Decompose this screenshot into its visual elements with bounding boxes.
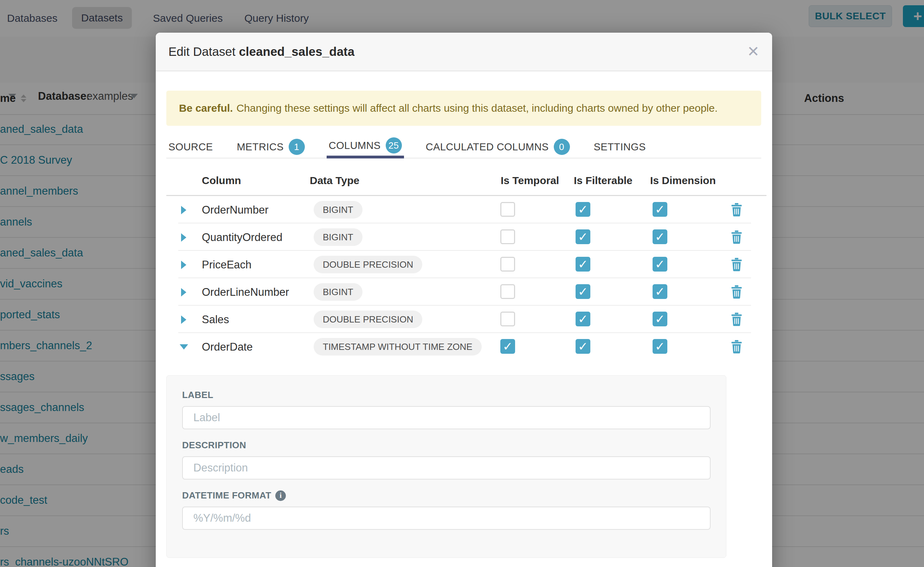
tab-metrics[interactable]: METRICS1 [235,135,307,158]
is-dimension-checkbox[interactable]: ✓ [653,257,667,272]
column-name: OrderDate [202,341,253,353]
data-type-pill: BIGINT [314,283,363,301]
is-filterable-checkbox[interactable]: ✓ [576,257,590,272]
column-row: OrderDateTIMESTAMP WITHOUT TIME ZONE✓✓✓ [156,333,772,360]
tab-columns[interactable]: COLUMNS25 [327,135,404,158]
is-dimension-checkbox[interactable]: ✓ [653,339,667,354]
close-icon[interactable]: ✕ [747,44,760,59]
column-name: Sales [202,314,229,326]
delete-column-icon[interactable] [730,258,743,271]
delete-column-icon[interactable] [730,285,743,298]
label-field-label: LABEL [182,390,710,400]
description-input[interactable] [182,456,710,480]
expand-caret-icon[interactable] [181,261,187,269]
is-filterable-checkbox[interactable]: ✓ [576,284,590,299]
delete-column-icon[interactable] [730,231,743,244]
expand-caret-icon[interactable] [181,206,187,214]
tab-count-badge: 25 [386,137,402,153]
tab-count-badge: 0 [554,139,570,155]
label-text: LABEL [182,390,214,400]
tab-label: COLUMNS [329,140,381,152]
warning-banner: Be careful. Changing these settings will… [166,91,761,126]
column-name: QuantityOrdered [202,231,282,244]
columns-table-header: Column Data Type Is Temporal Is Filterab… [156,175,772,195]
collapse-caret-icon[interactable] [180,344,188,350]
is-filterable-checkbox[interactable]: ✓ [576,202,590,217]
tab-count-badge: 1 [289,139,305,155]
description-field-label: DESCRIPTION [182,440,710,451]
is-dimension-checkbox[interactable]: ✓ [653,230,667,244]
header-data-type: Data Type [310,175,359,186]
description-text: DESCRIPTION [182,440,246,451]
column-row: OrderNumberBIGINT✓✓ [156,196,772,224]
expand-caret-icon[interactable] [181,315,187,324]
tab-label: CALCULATED COLUMNS [426,141,549,153]
header-is-filterable: Is Filterable [574,175,632,186]
data-type-pill: BIGINT [314,201,363,219]
info-icon[interactable]: i [275,490,286,501]
is-dimension-checkbox[interactable]: ✓ [653,284,667,299]
datetime-format-input[interactable] [182,507,710,530]
data-type-pill: TIMESTAMP WITHOUT TIME ZONE [314,338,482,356]
datetime-format-field-label: DATETIME FORMAT i [182,490,710,501]
tab-label: METRICS [236,141,283,153]
is-temporal-checkbox[interactable]: ✓ [500,339,515,354]
warning-text: Changing these settings will affect all … [236,102,718,114]
is-filterable-checkbox[interactable]: ✓ [576,230,590,244]
is-temporal-checkbox[interactable] [500,312,515,326]
data-type-pill: BIGINT [314,228,363,246]
is-temporal-checkbox[interactable] [500,230,515,244]
expand-caret-icon[interactable] [181,288,187,297]
column-name: PriceEach [202,258,251,271]
tab-label: SETTINGS [594,141,646,153]
column-row: QuantityOrderedBIGINT✓✓ [156,224,772,251]
is-dimension-checkbox[interactable]: ✓ [653,312,667,326]
tab-source[interactable]: SOURCE [166,135,215,158]
is-filterable-checkbox[interactable]: ✓ [576,312,590,326]
modal-tabs: SOURCEMETRICS1COLUMNS25CALCULATED COLUMN… [166,135,761,158]
is-filterable-checkbox[interactable]: ✓ [576,339,590,354]
is-dimension-checkbox[interactable]: ✓ [653,202,667,217]
expand-caret-icon[interactable] [181,233,187,242]
label-input[interactable] [182,406,710,429]
column-name: OrderNumber [202,204,269,216]
column-detail-panel: LABEL DESCRIPTION DATETIME FORMAT i [166,375,726,558]
column-row: OrderLineNumberBIGINT✓✓ [156,278,772,306]
datetime-format-text: DATETIME FORMAT [182,490,271,501]
edit-dataset-modal: Edit Dataset cleaned_sales_data ✕ Be car… [156,33,772,567]
header-is-temporal: Is Temporal [501,175,559,186]
tab-settings[interactable]: SETTINGS [592,135,648,158]
warning-bold-text: Be careful. [179,102,233,114]
column-row: SalesDOUBLE PRECISION✓✓ [156,306,772,333]
header-column: Column [202,175,241,186]
modal-title-prefix: Edit Dataset [169,45,239,58]
is-temporal-checkbox[interactable] [500,202,515,217]
superset-datasets-page: Databases Datasets Saved Queries Query H… [0,0,924,567]
modal-title-dataset-name: cleaned_sales_data [239,45,354,58]
column-row: PriceEachDOUBLE PRECISION✓✓ [156,251,772,278]
is-temporal-checkbox[interactable] [500,284,515,299]
modal-title: Edit Dataset cleaned_sales_data [169,45,354,58]
data-type-pill: DOUBLE PRECISION [314,310,422,328]
delete-column-icon[interactable] [730,203,743,216]
header-is-dimension: Is Dimension [650,175,716,186]
is-temporal-checkbox[interactable] [500,257,515,272]
column-name: OrderLineNumber [202,286,289,298]
delete-column-icon[interactable] [730,313,743,326]
tab-calculated-columns[interactable]: CALCULATED COLUMNS0 [424,135,572,158]
modal-header: Edit Dataset cleaned_sales_data ✕ [156,33,772,71]
tab-label: SOURCE [169,141,213,153]
data-type-pill: DOUBLE PRECISION [314,256,422,273]
delete-column-icon[interactable] [730,340,743,353]
